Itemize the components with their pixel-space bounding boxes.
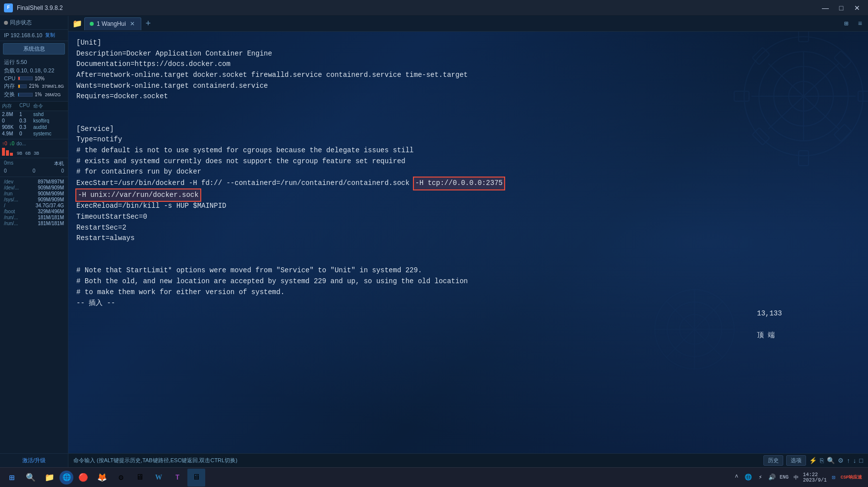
- stats-section: 运行 5:50 负载 0.10, 0.18, 0.22 CPU 10% 内存 2…: [0, 57, 68, 101]
- minimize-button[interactable]: —: [818, 2, 832, 13]
- app-title: FinalShell 3.9.8.2: [17, 4, 63, 11]
- disk-size-4: 34.7G/37.4G: [36, 203, 64, 208]
- proc-cmd-0: sshd: [33, 112, 66, 117]
- activate-button[interactable]: 激活/升级: [0, 453, 68, 467]
- close-button[interactable]: ✕: [850, 2, 864, 13]
- load-label: 负载 0.10, 0.18, 0.22: [4, 67, 55, 74]
- titlebar-controls: — □ ✕: [818, 2, 864, 13]
- process-table-header: 内存 CPU 命令: [0, 101, 68, 111]
- taskbar-icon-3[interactable]: 🔴: [74, 469, 92, 487]
- term-line-10: # the default is not to use systemd for …: [76, 145, 860, 156]
- term-line-14: -H unix://var/run/docker.sock: [76, 189, 860, 201]
- add-tab-button[interactable]: +: [141, 17, 155, 30]
- tray-notification[interactable]: ⊡: [829, 473, 839, 483]
- sys-info-button[interactable]: 系统信息: [3, 43, 65, 55]
- proc-cmd-3: systemc: [33, 131, 66, 136]
- disk-row-3: /sys/... 909M/909M: [4, 197, 64, 202]
- upload-icon[interactable]: ↑: [847, 457, 850, 464]
- cpu-label: CPU: [4, 75, 16, 81]
- disk-path-2: /run: [4, 191, 21, 196]
- taskbar-finalshell[interactable]: 🖥: [187, 469, 205, 487]
- cmd-hint-label: 命令输入 (按ALT键提示历史,TAB键路径,ESC键返回,双击CTRL切换): [73, 457, 763, 464]
- execstart-prefix: ExecStart=/usr/bin/dockerd -H fd:// --co…: [76, 178, 414, 189]
- runtime-row: 运行 5:50: [4, 59, 64, 66]
- tabbar: 📁 1 WangHui ✕ + ⊞ ≡: [68, 16, 868, 32]
- taskbar-browser[interactable]: 🌐: [59, 471, 73, 485]
- disk-size-5: 329M/496M: [38, 209, 64, 214]
- disk-path-1: /dev/...: [4, 185, 21, 190]
- proc-mem-1: 0: [2, 118, 19, 123]
- fullscreen-icon[interactable]: □: [859, 457, 863, 464]
- term-line-22: # Both the old, and new location are acc…: [76, 276, 860, 287]
- system-clock: 14:222023/9/1: [803, 472, 827, 483]
- term-line-20: [76, 255, 860, 266]
- net-bar-2: [6, 150, 9, 156]
- proc-mem-3: 4.9M: [2, 131, 19, 136]
- tab-wanghui[interactable]: 1 WangHui ✕: [84, 17, 141, 30]
- content-area: 📁 1 WangHui ✕ + ⊞ ≡: [68, 16, 868, 467]
- term-line-5: Requires=docker.socket: [76, 91, 860, 102]
- menu-button[interactable]: ≡: [854, 18, 866, 30]
- maximize-button[interactable]: □: [834, 2, 848, 13]
- disk-row-5: /boot 329M/496M: [4, 209, 64, 214]
- net-label-6b: 6B: [25, 151, 31, 156]
- disk-path-5: /boot: [4, 209, 21, 214]
- terminal[interactable]: [Unit] Description=Docker Application Co…: [68, 32, 868, 453]
- start-button[interactable]: ⊞: [2, 468, 22, 487]
- term-line-3: After=network-online.target docker.socke…: [76, 70, 860, 81]
- taskbar-icon-4[interactable]: 🦊: [93, 469, 111, 487]
- select-button[interactable]: 选项: [786, 455, 806, 466]
- proc-cpu-0: 1: [19, 112, 33, 117]
- copy-icon[interactable]: ⎘: [820, 457, 824, 464]
- tray-csp-label: CSP响应速: [841, 474, 862, 481]
- history-button[interactable]: 历史: [763, 455, 783, 466]
- tray-power[interactable]: ⚡: [755, 473, 765, 483]
- cpu-value: 10%: [35, 76, 45, 81]
- load-row: 负载 0.10, 0.18, 0.22: [4, 67, 64, 74]
- runtime-label: 运行 5:50: [4, 59, 27, 66]
- settings-icon[interactable]: ⚙: [838, 457, 844, 464]
- folder-icon[interactable]: 📁: [70, 17, 84, 31]
- net-bar-1: [2, 148, 5, 156]
- disk-size-1: 909M/909M: [38, 185, 64, 190]
- term-line-21: # Note that StartLimit* options were mov…: [76, 265, 860, 276]
- net-dest: do...: [16, 141, 26, 146]
- download-icon[interactable]: ↓: [853, 457, 857, 464]
- proc-mem-0: 2.8M: [2, 112, 19, 117]
- lat-label: 0ms: [4, 160, 13, 167]
- sidebar: 同步状态 IP 192.168.6.10 复制 系统信息 运行 5:50 负载 …: [0, 16, 68, 467]
- mem-row: 内存 21% 379M/1.8G: [4, 82, 64, 90]
- mem-bar: [18, 85, 20, 88]
- tray-lang-cn[interactable]: 中: [791, 473, 801, 483]
- proc-mem-2: 908K: [2, 124, 19, 130]
- term-line-1: Description=Docker Application Container…: [76, 49, 860, 60]
- tray-expand[interactable]: ^: [732, 473, 742, 483]
- taskbar-file-explorer[interactable]: 📁: [41, 469, 58, 487]
- taskbar-icon-6[interactable]: 🖥: [131, 469, 149, 487]
- sync-status-label: 同步状态: [10, 19, 32, 26]
- search-icon[interactable]: 🔍: [827, 457, 835, 464]
- copy-ip-button[interactable]: 复制: [44, 32, 56, 39]
- taskbar-icon-5[interactable]: ⚙: [112, 469, 130, 487]
- net-label-9b: 9B: [17, 151, 22, 156]
- terminal-content: [Unit] Description=Docker Application Co…: [76, 38, 860, 352]
- tray-network[interactable]: 🌐: [744, 473, 753, 483]
- tray-lang-en[interactable]: ENG: [779, 473, 789, 483]
- term-line-13: ExecStart=/usr/bin/dockerd -H fd:// --co…: [76, 178, 860, 189]
- lightning-icon[interactable]: ⚡: [809, 457, 817, 464]
- titlebar-left: F FinalShell 3.9.8.2: [4, 3, 63, 12]
- taskbar-search[interactable]: 🔍: [22, 469, 40, 487]
- latency-section: 0ms 本机 0 0 0: [0, 158, 68, 177]
- term-line-24: -- 插入 -- 13,133 顶 端: [76, 298, 860, 352]
- process-row-0: 2.8M 1 sshd: [0, 111, 68, 118]
- tray-volume[interactable]: 🔊: [767, 473, 777, 483]
- term-line-6: [76, 102, 860, 113]
- disk-size-6: 181M/181M: [38, 215, 64, 220]
- disk-path-0: /dev: [4, 179, 21, 184]
- grid-view-button[interactable]: ⊞: [840, 18, 852, 30]
- tab-close-button[interactable]: ✕: [129, 20, 136, 27]
- main-layout: 同步状态 IP 192.168.6.10 复制 系统信息 运行 5:50 负载 …: [0, 16, 868, 467]
- proc-header-cmd: 命令: [33, 103, 66, 110]
- taskbar-typora[interactable]: T: [169, 469, 186, 487]
- taskbar-word[interactable]: W: [150, 469, 168, 487]
